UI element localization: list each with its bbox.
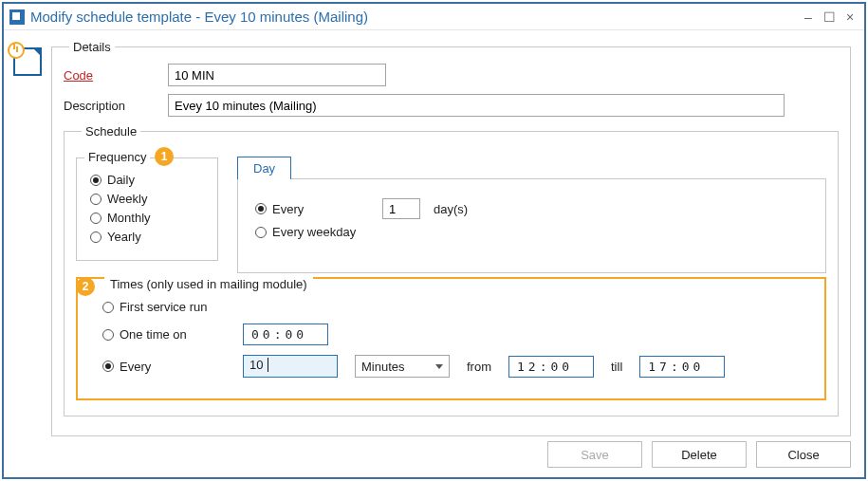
radio-icon — [90, 194, 102, 205]
day-weekday-option[interactable]: Every weekday — [272, 225, 356, 239]
annotation-badge-1: 1 — [155, 147, 174, 166]
radio-icon — [255, 227, 267, 238]
description-label: Description — [64, 99, 125, 113]
frequency-daily[interactable]: Daily — [90, 173, 204, 187]
schedule-icon — [13, 47, 42, 76]
times-till-value[interactable]: 17:00 — [639, 356, 725, 378]
chevron-down-icon — [435, 364, 443, 369]
window-title: Modify schedule template - Evey 10 minut… — [30, 9, 368, 25]
one-time-value[interactable]: 00:00 — [243, 324, 328, 345]
day-every-option[interactable]: Every — [272, 202, 304, 216]
radio-icon — [255, 203, 267, 214]
frequency-monthly[interactable]: Monthly — [90, 211, 204, 225]
radio-icon — [90, 175, 102, 186]
frequency-group: Frequency 1 Daily Weekly — [76, 157, 218, 261]
description-field[interactable] — [168, 94, 785, 117]
tab-day[interactable]: Day — [237, 157, 291, 179]
times-every-unit[interactable]: Minutes — [355, 355, 450, 378]
radio-icon — [102, 361, 114, 372]
details-legend: Details — [69, 40, 115, 54]
radio-icon — [90, 231, 102, 243]
till-label: till — [611, 360, 622, 374]
day-unit-label: day(s) — [434, 202, 468, 216]
times-first-run[interactable]: First service run — [102, 300, 226, 314]
times-from-value[interactable]: 12:00 — [508, 356, 594, 378]
times-legend: Times (only used in mailing module) — [104, 277, 313, 291]
times-group: 2 Times (only used in mailing module) Fi… — [76, 277, 826, 400]
close-button[interactable]: Close — [756, 441, 851, 468]
radio-icon — [102, 329, 114, 341]
maximize-button[interactable]: ☐ — [821, 9, 838, 26]
frequency-legend: Frequency — [84, 150, 150, 164]
minimize-button[interactable]: – — [800, 9, 817, 26]
schedule-group: Schedule Frequency 1 Daily Weekly — [64, 124, 839, 416]
times-one-time[interactable]: One time on — [102, 327, 226, 342]
times-every[interactable]: Every — [102, 360, 226, 374]
from-label: from — [467, 360, 491, 374]
day-every-value[interactable] — [382, 198, 420, 219]
radio-icon — [102, 302, 114, 313]
delete-button[interactable]: Delete — [652, 441, 747, 468]
app-icon — [9, 9, 25, 25]
code-field[interactable] — [168, 64, 386, 86]
code-label[interactable]: Code — [64, 68, 93, 83]
schedule-legend: Schedule — [82, 124, 140, 139]
save-button[interactable]: Save — [547, 441, 642, 468]
frequency-yearly[interactable]: Yearly — [90, 230, 204, 244]
close-window-button[interactable]: × — [841, 9, 859, 26]
radio-icon — [90, 213, 102, 224]
day-panel: Every day(s) Every weekday — [237, 178, 826, 273]
details-group: Details Code Description Schedule Freque… — [51, 40, 851, 436]
frequency-weekly[interactable]: Weekly — [90, 192, 204, 206]
annotation-badge-2: 2 — [76, 277, 95, 296]
times-every-value[interactable]: 10 — [243, 355, 338, 378]
